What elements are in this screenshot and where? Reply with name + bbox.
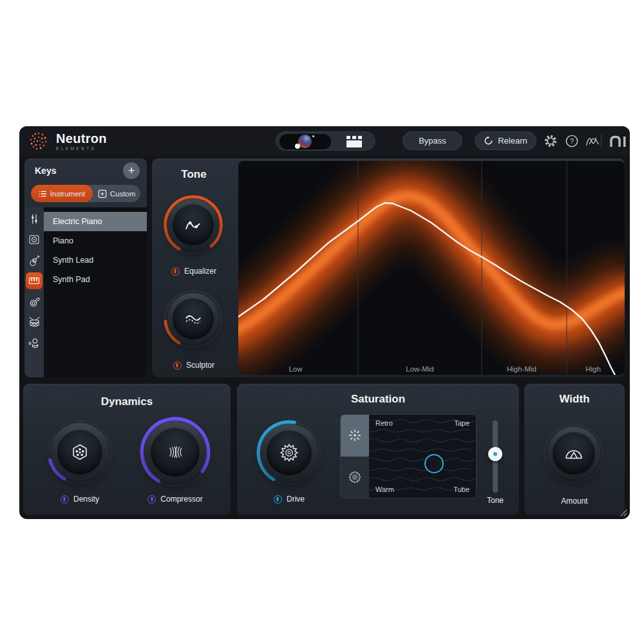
category-sliders[interactable] bbox=[26, 211, 43, 227]
bypass-label: Bypass bbox=[419, 136, 446, 146]
category-guitar[interactable] bbox=[26, 252, 43, 269]
list-item-electric-piano[interactable]: Electric Piano bbox=[44, 212, 147, 231]
sat-tone-label: Tone bbox=[487, 496, 504, 505]
instrument-list-icon bbox=[39, 190, 47, 198]
assistant-ball-segment[interactable] bbox=[279, 134, 331, 149]
resize-handle[interactable] bbox=[619, 508, 628, 517]
width-panel: Width Amount bbox=[524, 384, 625, 515]
xy-mode-tabs bbox=[341, 415, 369, 498]
add-preset-button[interactable]: + bbox=[123, 162, 140, 179]
tone-slider-handle[interactable] bbox=[488, 447, 502, 461]
settings-gear-icon[interactable] bbox=[543, 133, 558, 149]
band-label-low: Low bbox=[289, 365, 303, 373]
sat-tone-label-row: Tone bbox=[469, 496, 521, 505]
list-item-label: Piano bbox=[53, 236, 73, 245]
drive-knob[interactable] bbox=[256, 419, 323, 486]
width-amount-label: Amount bbox=[561, 497, 587, 506]
help-icon[interactable]: ? bbox=[564, 133, 580, 149]
header-bar: Neutron ELEMENTS Bypass bbox=[19, 126, 630, 156]
sphere-satellite-dot bbox=[295, 144, 300, 149]
category-drums[interactable] bbox=[26, 314, 43, 330]
relearn-refresh-icon bbox=[484, 136, 493, 146]
category-brass[interactable] bbox=[26, 293, 43, 310]
spectrum-display[interactable]: Low Low-Mid High-Mid High bbox=[238, 161, 625, 375]
list-item-label: Electric Piano bbox=[53, 217, 102, 226]
dynamics-title: Dynamics bbox=[23, 395, 231, 408]
app-logo-group: Neutron ELEMENTS bbox=[27, 129, 107, 153]
xy-puck[interactable] bbox=[424, 454, 444, 473]
equalizer-knob[interactable] bbox=[163, 194, 223, 255]
xy-corner-tube: Tube bbox=[453, 486, 469, 493]
assistant-view-toggle[interactable] bbox=[276, 131, 375, 151]
drive-label-row: Drive bbox=[244, 495, 334, 504]
ni-logo bbox=[607, 133, 629, 149]
drive-power-toggle[interactable] bbox=[274, 495, 282, 504]
band-label-high: High bbox=[585, 365, 601, 373]
sliders-icon bbox=[28, 213, 40, 225]
density-knob[interactable] bbox=[46, 419, 113, 486]
xy-pad-surface[interactable]: Retro Tape Warm Tube bbox=[369, 415, 476, 498]
sphere-small-dot bbox=[312, 135, 314, 137]
width-amount-knob[interactable] bbox=[543, 422, 605, 484]
drive-saturation-icon bbox=[278, 442, 300, 464]
dynamics-panel: Dynamics bbox=[23, 384, 231, 515]
compressor-knob[interactable] bbox=[139, 416, 211, 488]
sculptor-label-row: Sculptor bbox=[152, 361, 236, 370]
equalizer-power-toggle[interactable] bbox=[171, 267, 180, 276]
width-amount-label-row: Amount bbox=[524, 497, 625, 506]
tab-custom-label: Custom bbox=[110, 190, 136, 198]
tone-panel: Tone Equalizer bbox=[152, 158, 625, 377]
list-item-piano[interactable]: Piano bbox=[44, 231, 147, 251]
band-label-high-mid: High-Mid bbox=[507, 365, 536, 373]
detailed-view-icon[interactable] bbox=[346, 135, 363, 148]
density-label-row: Density bbox=[35, 495, 125, 504]
width-title: Width bbox=[524, 393, 625, 406]
gear-burst-icon bbox=[347, 469, 363, 485]
sculptor-knob[interactable] bbox=[163, 289, 223, 349]
drum-icon bbox=[28, 316, 41, 328]
relearn-button[interactable]: Relearn bbox=[475, 131, 536, 150]
xy-corner-tape: Tape bbox=[454, 419, 469, 427]
xy-corner-retro: Retro bbox=[375, 419, 393, 427]
compressor-power-toggle[interactable] bbox=[147, 495, 156, 504]
list-item-synth-pad[interactable]: Synth Pad bbox=[44, 270, 147, 289]
header-divider bbox=[601, 135, 601, 147]
tab-instrument-label: Instrument bbox=[50, 190, 85, 198]
tab-instrument[interactable]: Instrument bbox=[31, 185, 93, 202]
compressor-icon bbox=[165, 444, 185, 460]
saturation-xy-pad: Retro Tape Warm Tube bbox=[340, 414, 477, 498]
sparkle-icon bbox=[348, 428, 362, 442]
saturation-panel: Saturation Drive bbox=[237, 384, 519, 515]
band-labels: Low Low-Mid High-Mid High bbox=[289, 365, 600, 373]
equalizer-label: Equalizer bbox=[184, 267, 216, 276]
saturation-title: Saturation bbox=[237, 393, 519, 406]
list-item-label: Synth Pad bbox=[53, 275, 90, 284]
instrument-list: Electric Piano Piano Synth Lead Synth Pa… bbox=[44, 207, 147, 377]
category-amp[interactable] bbox=[26, 231, 43, 248]
app-edition: ELEMENTS bbox=[56, 146, 107, 151]
density-power-toggle[interactable] bbox=[61, 495, 69, 504]
vocal-icon bbox=[28, 337, 41, 349]
bypass-button[interactable]: Bypass bbox=[402, 131, 462, 150]
band-label-low-mid: Low-Mid bbox=[406, 365, 433, 373]
compressor-label-row: Compressor bbox=[130, 495, 220, 504]
density-label: Density bbox=[73, 495, 99, 504]
drive-label: Drive bbox=[287, 495, 305, 504]
category-rail bbox=[24, 207, 44, 377]
category-keys[interactable] bbox=[26, 272, 43, 289]
category-vocals[interactable] bbox=[26, 334, 43, 351]
xy-corner-warm: Warm bbox=[375, 486, 394, 493]
svg-text:?: ? bbox=[570, 137, 574, 145]
brass-icon bbox=[28, 296, 41, 308]
screen: Neutron ELEMENTS Bypass bbox=[0, 0, 644, 644]
sculptor-label: Sculptor bbox=[186, 361, 214, 370]
list-item-synth-lead[interactable]: Synth Lead bbox=[44, 251, 147, 270]
width-goniometer-icon bbox=[564, 446, 583, 460]
piano-keys-icon bbox=[28, 275, 40, 287]
browser-tabs: Instrument Custom bbox=[31, 185, 140, 202]
izotope-squiggle-icon[interactable] bbox=[585, 133, 600, 149]
sculptor-power-toggle[interactable] bbox=[173, 361, 182, 370]
tab-custom[interactable]: Custom bbox=[93, 185, 140, 202]
xy-tab-character[interactable] bbox=[341, 415, 369, 457]
xy-tab-drive[interactable] bbox=[341, 457, 369, 498]
